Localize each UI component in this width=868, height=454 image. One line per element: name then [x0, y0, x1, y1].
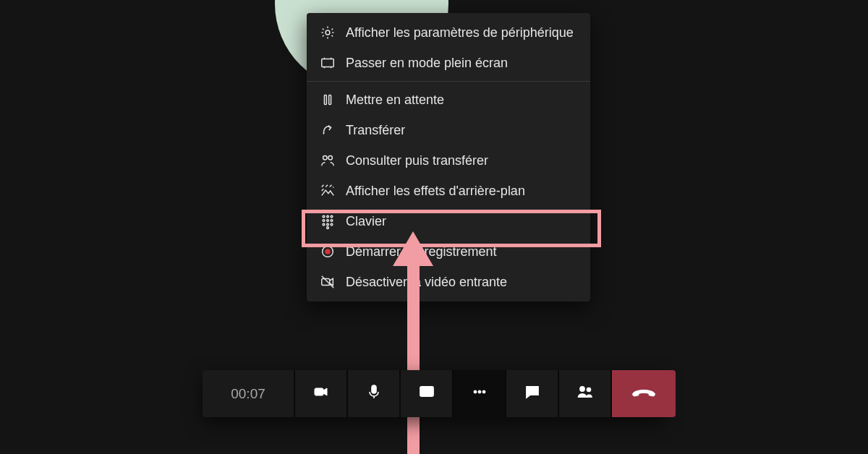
share-screen-icon: [418, 383, 435, 404]
svg-point-16: [327, 227, 329, 229]
svg-point-25: [482, 390, 485, 393]
menu-divider: [307, 81, 590, 82]
hangup-icon: [631, 385, 656, 403]
svg-point-6: [328, 156, 333, 160]
svg-rect-20: [315, 388, 323, 395]
participants-button[interactable]: [559, 370, 612, 417]
background-effects-icon: [320, 183, 336, 199]
svg-point-26: [580, 387, 584, 391]
svg-point-13: [323, 223, 325, 226]
consult-transfer-icon: [320, 153, 336, 168]
svg-point-8: [327, 215, 329, 218]
menu-hold[interactable]: Mettre en attente: [307, 85, 590, 115]
svg-point-0: [326, 30, 330, 35]
toggle-camera-button[interactable]: [295, 370, 348, 417]
svg-point-4: [323, 132, 324, 134]
hangup-button[interactable]: [612, 370, 676, 417]
microphone-icon: [365, 383, 383, 404]
svg-point-7: [323, 215, 325, 218]
chat-icon: [524, 383, 541, 404]
pause-icon: [320, 92, 336, 108]
menu-transfer[interactable]: Transférer: [307, 115, 590, 145]
menu-item-label: Mettre en attente: [346, 93, 444, 108]
menu-keypad[interactable]: Clavier: [307, 206, 590, 236]
camera-icon: [312, 383, 330, 404]
svg-point-23: [474, 390, 477, 393]
call-timer-value: 00:07: [231, 386, 265, 402]
more-actions-menu: Afficher les paramètres de périphérique …: [307, 13, 590, 301]
menu-item-label: Afficher les paramètres de périphérique: [346, 25, 574, 40]
more-actions-button[interactable]: [454, 370, 506, 417]
svg-point-12: [331, 220, 333, 222]
svg-point-10: [323, 220, 325, 222]
menu-item-label: Consulter puis transférer: [346, 153, 488, 168]
menu-item-label: Désactiver la vidéo entrante: [346, 275, 507, 290]
svg-rect-2: [324, 95, 326, 105]
video-off-icon: [320, 274, 336, 290]
svg-point-24: [478, 390, 481, 393]
record-icon: [320, 244, 336, 260]
fullscreen-icon: [320, 55, 336, 71]
call-timer: 00:07: [203, 370, 295, 417]
menu-item-label: Démarrer l'enregistrement: [346, 244, 497, 260]
menu-consult-transfer[interactable]: Consulter puis transférer: [307, 145, 590, 176]
svg-rect-21: [372, 385, 376, 393]
svg-point-9: [331, 215, 333, 218]
more-icon: [471, 383, 488, 404]
menu-start-recording[interactable]: Démarrer l'enregistrement: [307, 236, 590, 267]
svg-point-5: [323, 156, 328, 160]
chat-button[interactable]: [506, 370, 559, 417]
call-toolbar: 00:07: [203, 370, 664, 417]
menu-item-label: Passer en mode plein écran: [346, 56, 508, 71]
svg-point-27: [587, 388, 590, 392]
menu-item-label: Afficher les effets d'arrière-plan: [346, 184, 525, 199]
svg-point-18: [325, 249, 331, 254]
menu-item-label: Transférer: [346, 123, 405, 138]
people-icon: [576, 383, 594, 404]
menu-disable-incoming-video[interactable]: Désactiver la vidéo entrante: [307, 267, 590, 297]
share-screen-button[interactable]: [401, 370, 454, 417]
menu-device-settings[interactable]: Afficher les paramètres de périphérique: [307, 17, 590, 48]
menu-background-effects[interactable]: Afficher les effets d'arrière-plan: [307, 176, 590, 206]
svg-rect-3: [329, 95, 331, 105]
svg-rect-1: [322, 59, 334, 67]
dialpad-icon: [320, 213, 336, 229]
menu-fullscreen[interactable]: Passer en mode plein écran: [307, 48, 590, 78]
svg-point-14: [327, 223, 329, 226]
toggle-mic-button[interactable]: [348, 370, 401, 417]
svg-point-15: [331, 223, 333, 226]
svg-point-11: [327, 220, 329, 222]
gear-icon: [320, 25, 336, 40]
menu-item-label: Clavier: [346, 214, 386, 229]
transfer-icon: [320, 122, 336, 138]
